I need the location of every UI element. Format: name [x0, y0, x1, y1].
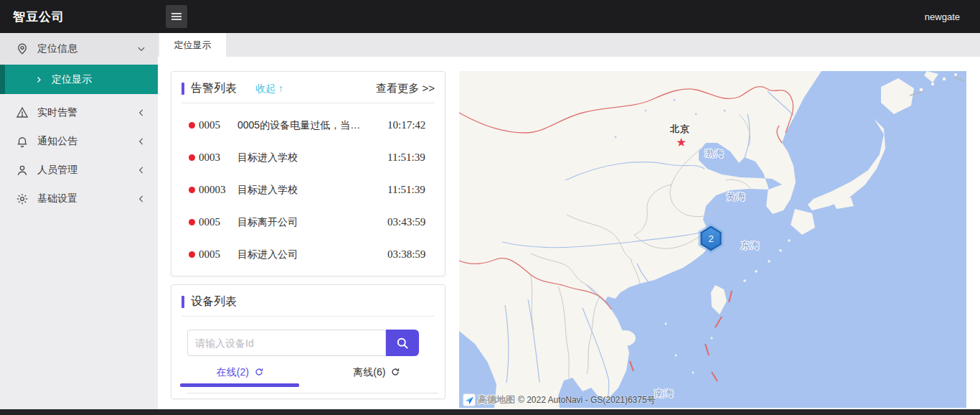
map-canvas[interactable]: 北京 ★ 渤海 黄海 东海 南海 2 高德地图 © 2022 AutoNavi … — [459, 71, 966, 408]
refresh-icon[interactable] — [255, 368, 263, 376]
collapse-link[interactable]: 收起 ↑ — [255, 83, 283, 95]
online-tab-label: 在线(2) — [217, 366, 249, 378]
alert-panel-title: 告警列表 — [191, 81, 237, 96]
sidebar-item-realtime-alert[interactable]: 实时告警 — [0, 98, 158, 127]
beijing-star-marker[interactable]: ★ — [676, 136, 687, 149]
search-icon — [395, 336, 410, 350]
amap-logo[interactable] — [463, 393, 476, 406]
copyright-text: © 2022 AutoNavi - GS(2021)6375号 — [518, 394, 656, 406]
sidebar-item-notice[interactable]: 通知公告 — [0, 127, 158, 156]
map-attribution: 高德地图 © 2022 AutoNavi - GS(2021)6375号 — [463, 393, 656, 406]
cluster-count: 2 — [701, 228, 721, 249]
cluster-marker-border: 2 — [699, 226, 723, 251]
view-more-link[interactable]: 查看更多 >> — [376, 82, 435, 95]
arrow-right-icon — [34, 75, 43, 84]
sidebar-item-label: 通知公告 — [37, 135, 136, 148]
sidebar-subitem-location-display[interactable]: 定位显示 — [0, 65, 158, 94]
title-marker — [182, 83, 184, 95]
alert-row[interactable]: 0005 0005的设备电量过低，当… 10:17:42 — [171, 109, 445, 141]
brand-logo: 智豆公司 — [13, 9, 65, 25]
alert-row[interactable]: 00003 目标进入学校 11:51:39 — [171, 174, 445, 206]
location-pin-icon — [16, 42, 29, 55]
device-panel-header: 设备列表 — [171, 285, 445, 316]
alert-id: 00003 — [199, 184, 230, 196]
bell-icon — [16, 135, 29, 148]
chevron-left-icon — [136, 194, 146, 204]
alert-desc: 0005的设备电量过低，当… — [237, 119, 385, 132]
alert-list-panel: 告警列表 收起 ↑ 查看更多 >> 0005 0005的设备电量过低，当… 10… — [171, 71, 446, 276]
sidebar-toggle-button[interactable] — [166, 5, 187, 28]
device-tabs: 在线(2) 离线(6) — [171, 366, 445, 388]
online-tab-indicator — [180, 383, 299, 387]
refresh-icon[interactable] — [391, 368, 400, 376]
sidebar-item-label: 定位信息 — [37, 42, 136, 55]
chevron-down-icon — [136, 44, 146, 54]
alert-desc: 目标进入公司 — [237, 248, 385, 261]
alert-row[interactable]: 0005 目标离开公司 03:43:59 — [171, 206, 445, 238]
alert-row[interactable]: 0003 目标进入学校 11:51:39 — [171, 141, 445, 174]
sidebar-item-settings[interactable]: 基础设置 — [0, 185, 158, 213]
amap-brand-text[interactable]: 高德地图 — [478, 393, 515, 406]
alert-id: 0005 — [199, 216, 230, 228]
user-menu[interactable]: newgate — [925, 0, 960, 33]
alert-desc: 目标离开公司 — [237, 216, 385, 229]
menu-icon — [171, 11, 182, 22]
alert-time: 10:17:42 — [387, 119, 425, 131]
alert-desc: 目标进入学校 — [237, 151, 385, 164]
gear-icon — [16, 192, 29, 205]
sidebar-subitem-label: 定位显示 — [52, 73, 92, 86]
device-search-row — [187, 330, 429, 356]
alert-id: 0003 — [199, 151, 230, 164]
chevron-left-icon — [136, 108, 146, 118]
alert-row[interactable]: 0005 目标进入公司 03:38:59 — [171, 238, 445, 271]
tab-strip: 定位显示 — [158, 33, 980, 57]
online-tab[interactable]: 在线(2) — [171, 366, 308, 388]
alert-dot-icon — [189, 219, 195, 225]
device-list-panel: 设备列表 在线(2) 离线(6) — [171, 284, 446, 399]
alert-panel-header: 告警列表 收起 ↑ 查看更多 >> — [171, 72, 445, 103]
device-id-search-input[interactable] — [187, 330, 386, 356]
top-bar: 智豆公司 newgate — [0, 0, 980, 33]
chevron-left-icon — [136, 136, 146, 146]
tab-location-display[interactable]: 定位显示 — [159, 33, 226, 57]
offline-tab[interactable]: 离线(6) — [308, 366, 446, 388]
divider — [187, 393, 438, 393]
chevron-left-icon — [136, 165, 146, 175]
alert-time: 03:43:59 — [387, 216, 425, 228]
sidebar-item-label: 基础设置 — [37, 192, 136, 205]
alert-time: 11:51:39 — [387, 184, 425, 196]
sidebar-item-location-info[interactable]: 定位信息 — [0, 33, 158, 65]
divider — [182, 316, 435, 317]
person-icon — [16, 164, 29, 177]
alert-dot-icon — [189, 154, 195, 161]
active-edge — [0, 65, 5, 94]
sidebar-item-personnel[interactable]: 人员管理 — [0, 156, 158, 185]
warning-triangle-icon — [16, 106, 29, 119]
alert-desc: 目标进入学校 — [237, 184, 385, 197]
alert-dot-icon — [189, 251, 195, 258]
sidebar-item-label: 人员管理 — [37, 164, 136, 177]
offline-tab-label: 离线(6) — [353, 366, 385, 378]
alert-id: 0005 — [199, 119, 230, 131]
alert-rows: 0005 0005的设备电量过低，当… 10:17:42 0003 目标进入学校… — [171, 103, 445, 271]
paper-plane-icon — [465, 396, 474, 405]
alert-dot-icon — [189, 187, 195, 193]
sidebar-item-label: 实时告警 — [37, 106, 136, 119]
sidebar: 定位信息 定位显示 实时告警 通知公告 人员管理 基础设置 — [0, 33, 158, 409]
device-panel-title: 设备列表 — [191, 294, 237, 309]
alert-dot-icon — [189, 122, 195, 129]
alert-time: 03:38:59 — [387, 248, 425, 261]
alert-id: 0005 — [199, 248, 230, 261]
title-marker — [182, 296, 184, 308]
alert-time: 11:51:39 — [387, 151, 425, 164]
bottom-edge-bar — [0, 409, 980, 415]
search-button[interactable] — [386, 330, 419, 356]
